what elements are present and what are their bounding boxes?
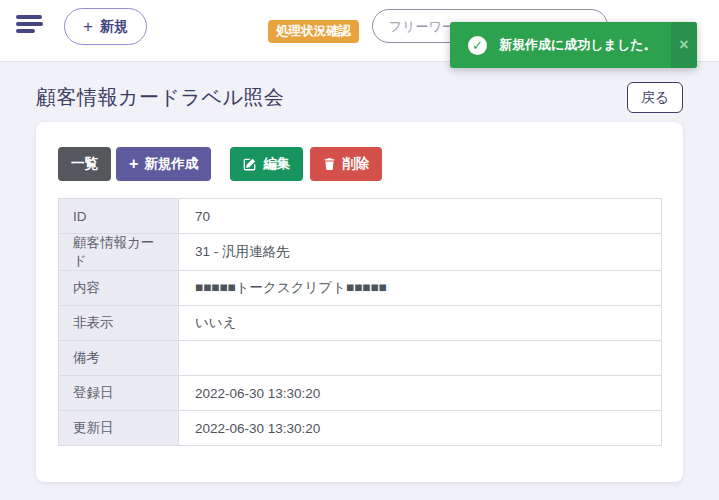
delete-button[interactable]: 削除 (310, 147, 382, 181)
row-label: ID (59, 199, 179, 234)
table-row: 備考 (59, 341, 662, 376)
plus-icon: + (83, 18, 93, 35)
table-row: 更新日 2022-06-30 13:30:20 (59, 411, 662, 446)
detail-table: ID 70 顧客情報カード 31 - 汎用連絡先 内容 ■■■■■トークスクリプ… (58, 198, 662, 446)
row-label: 備考 (59, 341, 179, 376)
row-value: ■■■■■トークスクリプト■■■■■ (179, 271, 662, 306)
back-button[interactable]: 戻る (627, 82, 683, 113)
toast-close-icon[interactable]: × (671, 22, 697, 68)
row-value: 70 (179, 199, 662, 234)
list-button[interactable]: 一覧 (58, 147, 111, 181)
new-record-button[interactable]: + 新規 (64, 8, 147, 45)
row-value: いいえ (179, 306, 662, 341)
detail-card: 一覧 + 新規作成 編集 削除 (36, 122, 683, 482)
edit-button-label: 編集 (263, 155, 290, 173)
create-button[interactable]: + 新規作成 (116, 147, 211, 181)
table-row: 顧客情報カード 31 - 汎用連絡先 (59, 234, 662, 271)
row-value: 2022-06-30 13:30:20 (179, 376, 662, 411)
check-circle-icon: ✓ (468, 36, 487, 55)
edit-pencil-square-icon (243, 157, 257, 171)
hamburger-bar (16, 29, 35, 33)
row-label: 非表示 (59, 306, 179, 341)
row-value (179, 341, 662, 376)
row-label: 登録日 (59, 376, 179, 411)
processing-status-badge[interactable]: 処理状況確認 (268, 20, 359, 43)
row-value: 31 - 汎用連絡先 (179, 234, 662, 271)
edit-button[interactable]: 編集 (230, 147, 303, 181)
list-button-label: 一覧 (71, 155, 98, 173)
page-title: 顧客情報カードラベル照会 (36, 84, 284, 111)
create-button-label: 新規作成 (144, 155, 198, 173)
hamburger-menu-icon[interactable] (16, 15, 44, 37)
row-value: 2022-06-30 13:30:20 (179, 411, 662, 446)
table-row: 登録日 2022-06-30 13:30:20 (59, 376, 662, 411)
hamburger-bar (16, 22, 43, 26)
row-label: 顧客情報カード (59, 234, 179, 271)
new-record-button-label: 新規 (100, 18, 128, 36)
success-toast: ✓ 新規作成に成功しました。 × (450, 22, 697, 68)
row-label: 内容 (59, 271, 179, 306)
table-row: ID 70 (59, 199, 662, 234)
action-toolbar: 一覧 + 新規作成 編集 削除 (58, 147, 382, 181)
trash-icon (323, 157, 336, 171)
toast-message: 新規作成に成功しました。 (499, 36, 671, 54)
delete-button-label: 削除 (342, 155, 369, 173)
hamburger-bar (16, 15, 42, 19)
table-row: 非表示 いいえ (59, 306, 662, 341)
row-label: 更新日 (59, 411, 179, 446)
table-row: 内容 ■■■■■トークスクリプト■■■■■ (59, 271, 662, 306)
plus-icon: + (129, 156, 138, 172)
